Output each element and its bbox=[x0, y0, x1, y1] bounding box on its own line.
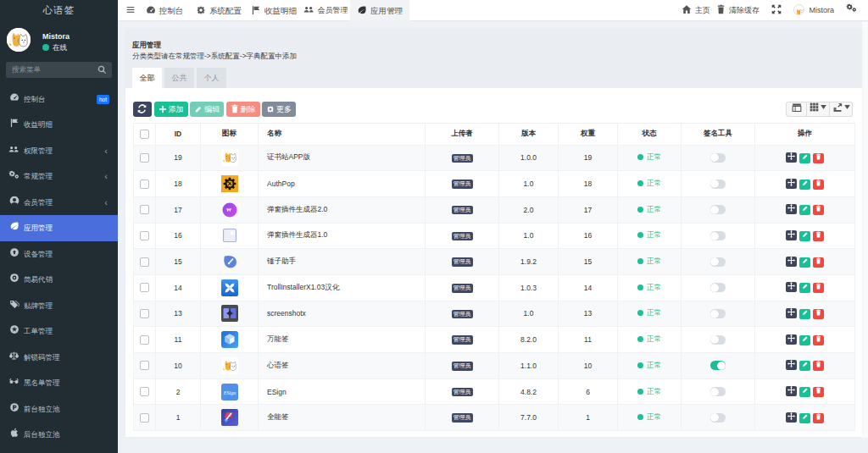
svg-text:ESign: ESign bbox=[222, 389, 235, 395]
